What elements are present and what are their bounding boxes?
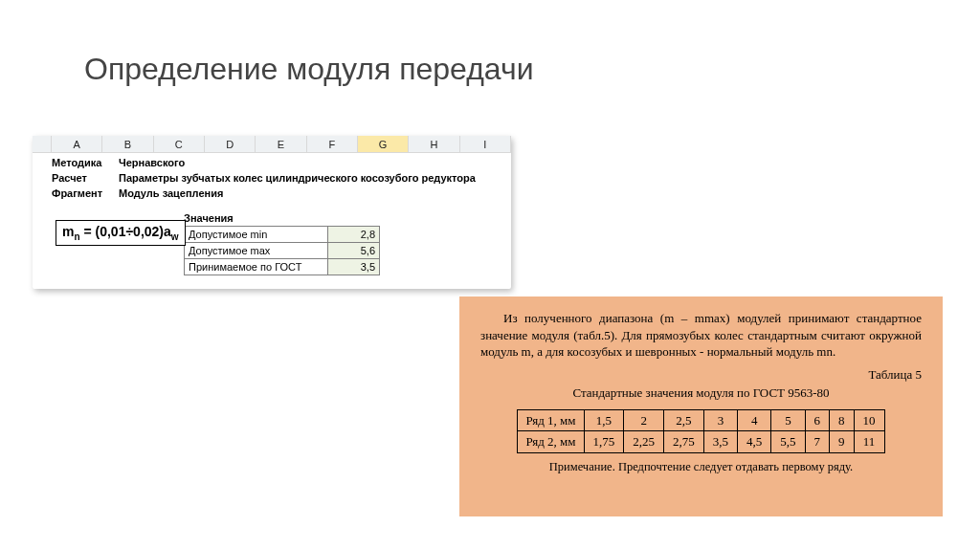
meta-value: Чернавского <box>119 155 511 170</box>
sheet-body: Методика Чернавского Расчет Параметры зу… <box>33 153 511 281</box>
table-row: Ряд 2, мм1,752,252,753,54,55,57911 <box>518 431 884 453</box>
gost-cell: 1,5 <box>584 409 624 431</box>
reference-card: Из полученного диапазона (m – mmax) моду… <box>459 296 943 516</box>
column-header[interactable]: D <box>205 136 256 152</box>
gost-cell: 3,5 <box>703 431 737 453</box>
column-header[interactable]: I <box>460 136 511 152</box>
column-header[interactable]: F <box>307 136 358 152</box>
values-table: Допустимое min2,8Допустимое max5,6Приним… <box>184 226 380 275</box>
gost-table: Ряд 1, мм1,522,53456810Ряд 2, мм1,752,25… <box>517 409 884 453</box>
column-header[interactable]: A <box>52 136 102 152</box>
meta-value: Модуль зацепления <box>119 186 511 201</box>
gost-cell: 4 <box>738 409 771 431</box>
gost-cell: 4,5 <box>738 431 771 453</box>
table-row: Допустимое max5,6 <box>185 243 380 259</box>
reference-table-label: Таблица 5 <box>480 366 922 384</box>
meta-label: Расчет <box>52 170 119 186</box>
column-header[interactable]: B <box>102 136 153 152</box>
column-header-row: ABCDEFGHI <box>33 136 511 153</box>
column-header[interactable]: G <box>358 136 409 152</box>
meta-value: Параметры зубчатых колес цилиндрического… <box>119 170 511 186</box>
table-row: Допустимое min2,8 <box>185 227 380 243</box>
row-gutter <box>33 153 52 281</box>
meta-row-fragment: Фрагмент Модуль зацепления <box>52 186 511 201</box>
formula-box: mn = (0,01÷0,02)aw <box>56 220 186 246</box>
gost-cell: 8 <box>830 409 855 431</box>
gost-cell: 2,75 <box>664 431 704 453</box>
gost-cell: 2,5 <box>664 409 704 431</box>
row-label: Ряд 1, мм <box>518 409 584 431</box>
gost-cell: 7 <box>805 431 830 453</box>
header-corner <box>33 136 52 152</box>
value-cell[interactable]: 3,5 <box>328 259 380 275</box>
gost-cell: 5 <box>771 409 805 431</box>
gost-cell: 3 <box>703 409 737 431</box>
gost-cell: 2 <box>624 409 664 431</box>
gost-cell: 6 <box>805 409 830 431</box>
value-label: Принимаемое по ГОСТ <box>185 259 328 275</box>
meta-row-calc: Расчет Параметры зубчатых колес цилиндри… <box>52 170 511 186</box>
meta-label: Фрагмент <box>52 186 119 201</box>
column-header[interactable]: C <box>154 136 205 152</box>
value-cell[interactable]: 5,6 <box>328 243 380 259</box>
gost-cell: 1,75 <box>584 431 624 453</box>
gost-cell: 5,5 <box>771 431 805 453</box>
table-row: Принимаемое по ГОСТ3,5 <box>185 259 380 275</box>
gost-cell: 10 <box>854 409 884 431</box>
row-label: Ряд 2, мм <box>518 431 584 453</box>
meta-row-method: Методика Чернавского <box>52 155 511 170</box>
column-header[interactable]: H <box>409 136 459 152</box>
gost-cell: 2,25 <box>624 431 664 453</box>
table-row: Ряд 1, мм1,522,53456810 <box>518 409 884 431</box>
column-header[interactable]: E <box>256 136 306 152</box>
gost-cell: 11 <box>854 431 884 453</box>
value-cell[interactable]: 2,8 <box>328 227 380 243</box>
gost-cell: 9 <box>830 431 855 453</box>
reference-caption: Стандартные значения модуля по ГОСТ 9563… <box>480 384 922 402</box>
value-label: Допустимое max <box>185 243 328 259</box>
excel-panel: ABCDEFGHI Методика Чернавского Расчет Па… <box>33 136 511 289</box>
reference-note: Примечание. Предпочтение следует отдават… <box>480 459 922 475</box>
meta-label: Методика <box>52 155 119 170</box>
value-label: Допустимое min <box>185 227 328 243</box>
page-title: Определение модуля передачи <box>84 52 534 87</box>
reference-paragraph: Из полученного диапазона (m – mmax) моду… <box>480 310 922 361</box>
values-header: Значения <box>184 210 511 226</box>
